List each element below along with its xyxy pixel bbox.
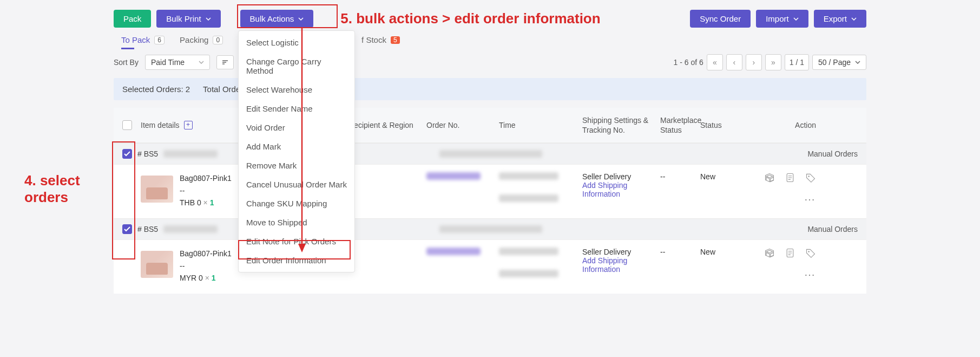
export-button[interactable]: Export <box>814 10 866 28</box>
sort-direction-button[interactable] <box>216 55 234 69</box>
box-icon[interactable] <box>764 172 775 183</box>
status-tabs: To Pack 6 Packing 0 f Stock 5 <box>0 28 980 50</box>
tag-icon[interactable] <box>805 172 816 183</box>
shipping-cell: Seller Delivery Add Shipping Information <box>582 248 658 274</box>
column-marketplace: Marketplace Status <box>660 115 698 135</box>
pack-label: Pack <box>123 14 141 23</box>
more-actions-icon[interactable]: ⋯ <box>804 193 816 206</box>
page-size-select[interactable]: 50 / Page <box>812 55 866 70</box>
column-action: Action <box>757 120 816 130</box>
chevron-down-icon <box>206 17 211 21</box>
order-group-header: # BS5 Manual Orders <box>114 143 866 164</box>
dropdown-item[interactable]: Change SKU Mapping <box>239 194 354 213</box>
annotation-left: 4. select orders <box>24 172 80 206</box>
annotation-top: 5. bulk actions > edit order information <box>340 10 600 27</box>
order-checkbox[interactable] <box>122 149 132 159</box>
bulk-print-button[interactable]: Bulk Print <box>156 10 220 28</box>
pagination: 1 - 6 of 6 « ‹ › » 1 / 1 50 / Page <box>674 54 866 70</box>
page-range: 1 - 6 of 6 <box>674 58 703 67</box>
selected-orders-count: Selected Orders: 2 <box>122 85 190 94</box>
page-last-button[interactable]: » <box>765 54 781 70</box>
dropdown-item[interactable]: Cancel Unusual Order Mark <box>239 175 354 194</box>
sort-by-label: Sort By <box>114 58 139 67</box>
sort-bar: Sort By Paid Time 1 - 6 of 6 « ‹ › » 1 /… <box>0 50 980 75</box>
column-recipient: Recipient & Region <box>348 120 424 130</box>
pack-button[interactable]: Pack <box>114 10 151 28</box>
order-row: Bag0807-Pink1 -- MYR 0 × 1 MYR0 1 <box>114 239 866 294</box>
page-next-button[interactable]: › <box>746 54 762 70</box>
bulk-actions-label: Bulk Actions <box>250 14 294 23</box>
page-prev-button[interactable]: ‹ <box>726 54 742 70</box>
recipient-cell: ff <box>348 172 424 181</box>
order-row: Bag0807-Pink1 -- THB 0 × 1 ff Seller D <box>114 164 866 218</box>
tab-out-of-stock[interactable]: f Stock 5 <box>361 35 400 50</box>
status-cell: New <box>700 248 754 256</box>
column-shipping: Shipping Settings & Tracking No. <box>582 115 658 135</box>
dropdown-item[interactable]: Change Cargo Carry Method <box>239 52 354 80</box>
order-no-cell <box>426 172 497 181</box>
order-source: Manual Orders <box>807 225 858 233</box>
tab-packing-count: 0 <box>213 36 223 44</box>
column-status: Status <box>700 120 754 130</box>
add-shipping-link[interactable]: Add Shipping Information <box>582 256 658 274</box>
chevron-down-icon <box>199 61 204 64</box>
tab-to-pack[interactable]: To Pack 6 <box>121 35 165 50</box>
expand-icon[interactable]: + <box>184 121 193 129</box>
tag-icon[interactable] <box>805 248 816 258</box>
page-size-value: 50 / Page <box>818 58 851 67</box>
shipping-method: Seller Delivery <box>582 248 658 256</box>
action-cell: ⋯ <box>757 248 816 281</box>
sort-by-value: Paid Time <box>151 58 185 67</box>
chevron-down-icon <box>298 17 304 21</box>
tab-packing-label: Packing <box>180 35 208 44</box>
chevron-down-icon <box>793 17 799 21</box>
document-icon[interactable] <box>785 248 795 258</box>
product-variant: -- <box>180 260 232 272</box>
sort-by-select[interactable]: Paid Time <box>145 55 210 70</box>
dropdown-item[interactable]: Void Order <box>239 118 354 137</box>
tab-to-pack-label: To Pack <box>121 35 150 44</box>
redacted-text <box>163 225 218 233</box>
order-ref: # BS5 <box>137 150 158 158</box>
tab-packing[interactable]: Packing 0 <box>180 35 223 50</box>
import-button[interactable]: Import <box>756 10 808 28</box>
dropdown-item[interactable]: Move to Shipped <box>239 213 354 232</box>
dropdown-item[interactable]: Select Logistic <box>239 33 354 52</box>
more-actions-icon[interactable]: ⋯ <box>804 268 816 281</box>
tab-to-pack-count: 6 <box>154 36 165 44</box>
dropdown-item[interactable]: Edit Note for Pick Orders <box>239 232 354 251</box>
bulk-actions-dropdown: Select Logistic Change Cargo Carry Metho… <box>238 30 355 272</box>
selected-summary-bar: Selected Orders: 2 Total Order <box>114 78 866 100</box>
shipping-cell: Seller Delivery Add Shipping Information <box>582 172 658 198</box>
order-ref: # BS5 <box>137 225 158 233</box>
box-icon[interactable] <box>764 248 775 258</box>
dropdown-item[interactable]: Select Warehouse <box>239 80 354 99</box>
recipient-cell: 1 <box>348 248 424 256</box>
tab-out-of-stock-label: f Stock <box>361 35 386 44</box>
sync-order-button[interactable]: Sync Order <box>690 10 751 28</box>
page-indicator: 1 / 1 <box>785 54 809 70</box>
redacted-text <box>499 172 558 180</box>
dropdown-item-edit-order-info[interactable]: Edit Order Information <box>239 251 354 270</box>
bulk-actions-button[interactable]: Bulk Actions <box>240 10 314 28</box>
redacted-text <box>426 172 481 180</box>
redacted-text <box>499 248 558 255</box>
status-cell: New <box>700 172 754 181</box>
redacted-text <box>426 248 481 255</box>
chevron-down-icon <box>851 17 857 21</box>
marketplace-cell: -- <box>660 248 698 256</box>
product-variant: -- <box>180 185 232 197</box>
document-icon[interactable] <box>785 172 795 183</box>
order-checkbox[interactable] <box>122 224 132 234</box>
product-qty: 1 <box>210 198 214 207</box>
sort-icon <box>221 59 229 66</box>
dropdown-item[interactable]: Edit Sender Name <box>239 99 354 118</box>
product-thumbnail <box>141 176 173 203</box>
tab-out-of-stock-badge: 5 <box>391 36 400 44</box>
select-all-checkbox[interactable] <box>122 120 132 130</box>
page-first-button[interactable]: « <box>707 54 723 70</box>
toolbar: Pack Bulk Print Bulk Actions 5. bulk act… <box>0 10 980 28</box>
dropdown-item[interactable]: Remove Mark <box>239 156 354 175</box>
dropdown-item[interactable]: Add Mark <box>239 137 354 156</box>
add-shipping-link[interactable]: Add Shipping Information <box>582 181 658 198</box>
